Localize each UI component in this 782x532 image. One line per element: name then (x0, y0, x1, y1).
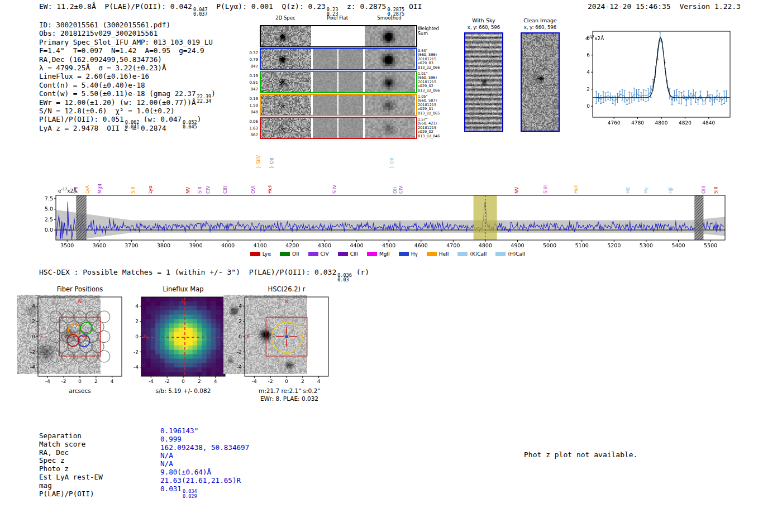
legend-item: (H)CaII (495, 251, 525, 257)
match-row-value: 0.999 (160, 435, 182, 443)
clean-image-frame (521, 32, 560, 132)
fiber-positions-title: Fiber Positions (38, 285, 122, 293)
legend-item: Hγ (399, 251, 418, 257)
fiber-positions-plot (17, 295, 124, 385)
legend-swatch (250, 252, 260, 256)
cutout-pixelflat (313, 49, 363, 69)
cutout-smoothed (365, 49, 415, 69)
with-sky-title: With Sky (453, 17, 514, 23)
clean-image-title: Clean Image (509, 17, 571, 23)
match-table-row: Spec zN/A (39, 454, 249, 463)
legend-label: MgII (379, 251, 390, 257)
cutout-row-right-labels: WeightedSum (418, 26, 449, 36)
sup-sub-value: 0.0520.045 (183, 120, 197, 130)
info-line: ID: 3002015561 (3002015561.pdf) (39, 21, 216, 29)
cutout-col-title-pixelflat: Pixel Flat (312, 15, 363, 21)
info-line: Primary Spec_Slot_IFU_AMP: 013_103_019_L… (39, 38, 216, 46)
report-timestamp: 2024-12-20 15:46:35 (588, 2, 671, 11)
elixer-report-page: { "meta": { "timestamp": "2024-12-20 15:… (0, 0, 782, 532)
full-spectrum-plot (39, 147, 736, 250)
clean-image (522, 33, 559, 131)
match-row-value: 0.196143" (160, 426, 198, 435)
cutout-row-right-labels: 1.05"(660, 587)20181215v029_01013_LU_065 (418, 95, 449, 116)
legend-item: CIII (338, 251, 358, 257)
lineflux-caption: s/b: 5.19 +/- 0.082 (136, 387, 231, 394)
sup-sub-value: 0.0360.03 (337, 273, 352, 282)
with-sky-image-frame (464, 32, 503, 132)
hsc-caption-1: m:21.7 re:2.1" s:0.2" (239, 387, 340, 394)
hsc-cutout-plot (223, 295, 331, 385)
match-row-value: 21.63(21.61,21.65)R (160, 476, 241, 485)
legend-item: Lyα (250, 251, 271, 257)
info-line: P(LAE)/P(OII): 0.0510.0620.041 (w: 0.047… (39, 115, 216, 123)
legend-label: OII (292, 251, 299, 257)
spectrum-legend: LyαOIICIVCIIIMgIIHγHeII(K)CaII(H)CaII (39, 251, 736, 257)
cutout-pixelflat (313, 26, 363, 46)
legend-swatch (338, 252, 348, 256)
cutout-row-left-labels: 0.191.59048 (242, 94, 258, 116)
info-line: S/N = 12.8(±0.6) χ² = 1.0(±0.2) (39, 107, 216, 115)
line-fit-zoom-plot (578, 28, 735, 128)
cutout-smoothed (365, 118, 415, 138)
cutout-2dspec (261, 95, 311, 115)
info-line: LineFlux = 2.60(±0.16)e-16 (39, 72, 216, 80)
cutout-2dspec (261, 72, 311, 92)
report-meta: 2024-12-20 15:46:35 Version 1.22.3 (588, 2, 741, 11)
legend-swatch (367, 252, 377, 256)
cutout-row-left-labels: 0.061.63067 (242, 117, 258, 138)
report-version: Version 1.22.3 (679, 2, 741, 11)
info-line: RA,Dec (162.092499,50.834736) (39, 55, 216, 64)
with-sky-subtitle: x, y: 660, 596 (453, 25, 514, 30)
info-line: EWr = 12.00(±1.20) (w: 12.00(±0.77))Å (39, 98, 216, 107)
info-line: Cont(n) = 5.40(±0.40)e-18 (39, 81, 216, 89)
info-line: Obs: 20181215v029_3002015561 (39, 29, 216, 37)
legend-item: OII (280, 251, 299, 257)
legend-swatch (308, 252, 318, 256)
cutout-col-title-2dspec: 2D Spec (260, 15, 311, 21)
legend-swatch (280, 252, 290, 256)
info-line: Cont(w) = 5.50(±0.11)e-18 (gmag 22.3722.… (39, 89, 216, 98)
cutout-pixelflat (313, 95, 363, 115)
legend-label: HeII (439, 251, 449, 257)
cutout-smoothed (365, 72, 415, 92)
cutout-row (260, 48, 417, 70)
cutout-row-right-labels: 1.01"(660, 596)20181215v029_02013_LU_066 (418, 72, 449, 93)
cutout-row (260, 117, 417, 139)
legend-swatch (427, 252, 437, 256)
cutout-row (260, 25, 417, 47)
spectrum-unit-label: e-17x2Å (58, 187, 77, 194)
cutout-grid (260, 25, 417, 140)
legend-item: (K)CaII (457, 251, 487, 257)
legend-label: CIV (321, 251, 329, 257)
info-block: ID: 3002015561 (3002015561.pdf)Obs: 2018… (39, 21, 216, 132)
match-table-row: Photo zN/A (39, 463, 249, 471)
legend-label: Lyα (263, 251, 271, 257)
cutout-row (260, 94, 417, 116)
legend-item: MgII (367, 251, 390, 257)
match-table-row: Separation0.196143" (39, 430, 249, 438)
legend-swatch (495, 252, 506, 256)
cutout-smoothed (365, 26, 415, 46)
cutout-row-left-labels: 0.190.81047 (242, 71, 258, 93)
summary-header: EW: 11.2±0.8Å P(LAE)/P(OII): 0.0420.0470… (39, 2, 422, 17)
match-row-value: N/A (160, 459, 173, 468)
cutout-row-right-labels: 1.57"(658, 421)20181215v029_02013_LU_046 (418, 118, 449, 138)
zoom-unit-label: e-17x2Å (585, 35, 604, 41)
legend-swatch (457, 252, 468, 256)
lineflux-map-title: Lineflux Map (141, 285, 225, 293)
legend-label: CIII (350, 251, 358, 257)
info-line: λ = 4799.25Å σ = 3.22(±0.23)Å (39, 64, 216, 72)
clean-image-subtitle: x, y: 660, 596 (509, 25, 571, 30)
cutout-2dspec (261, 26, 311, 46)
cutout-pixelflat (313, 118, 363, 138)
hsc-cutout-title: HSC(26.2) r (245, 285, 328, 293)
match-table-row: mag21.63(21.61,21.65)R (39, 480, 249, 488)
sup-sub-value: 0.0470.037 (193, 7, 208, 17)
with-sky-image (465, 33, 502, 131)
info-line: F=1.4" T=0.097 N=1.42 A=0.95 g=24.9 (39, 46, 216, 55)
legend-label: (K)CaII (470, 251, 487, 257)
legend-label: Hγ (411, 251, 418, 257)
match-row-value: 162.092438, 50.834697 (160, 443, 249, 452)
sup-sub-value: 0.0340.029 (183, 489, 197, 499)
cutout-row-left-labels: 0.370.79047 (242, 48, 258, 70)
